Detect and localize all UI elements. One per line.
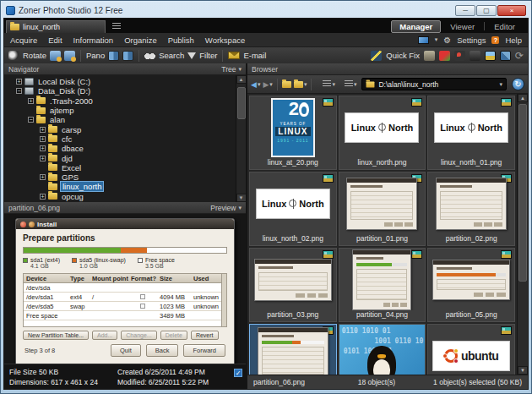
folder-up-icon[interactable] [282,81,291,88]
folder-tab[interactable]: linux_north [6,20,106,33]
acquire-icon[interactable] [8,51,19,61]
expander-icon[interactable]: + [40,156,46,161]
expander-icon[interactable]: + [40,174,46,180]
refresh-icon[interactable]: ↻ [512,78,524,90]
email-icon[interactable] [228,52,240,59]
preview-pane[interactable]: Install Prepare partitions sda1 (ext4)4.… [4,214,246,364]
thumbnail-partition-01[interactable]: partition_01.png [339,172,426,246]
filter-icon[interactable] [187,52,196,59]
tree-item-ajtemp[interactable]: ajtemp [4,106,246,115]
thumbnail-partition-04[interactable]: partition_04.png [339,248,426,322]
navigator-scrollbar[interactable]: ▲ ▼ [236,75,246,202]
scroll-up-icon[interactable]: ▲ [518,94,528,102]
expander-icon[interactable]: + [40,145,46,151]
address-dropdown-icon[interactable]: ▾ [499,81,502,88]
back-icon[interactable]: ◀ [251,80,257,89]
thumbnail-linux-north-02[interactable]: LinuxNorth linux_north_02.png [249,172,337,246]
pano-join-icon[interactable] [108,51,119,61]
thumbnail-partition-02[interactable]: partition_02.png [427,172,515,246]
help-icon[interactable]: ? [491,36,499,44]
tree-item-gps[interactable]: +GPS [4,172,246,182]
favorite-folders-icon[interactable] [294,81,303,88]
thumbnail-partition-03[interactable]: partition_03.png [249,248,337,322]
menu-publish[interactable]: Publish [168,36,194,45]
tree-item-cfc[interactable]: +cfc [4,134,246,144]
help-button[interactable]: Help [505,36,522,45]
edit-image-icon[interactable] [485,51,496,61]
thumbnail-ubuntu[interactable]: ubuntu [427,324,515,375]
filter-button[interactable]: Filter [199,51,217,60]
search-button[interactable]: Search [159,51,184,60]
mode-viewer[interactable]: Viewer [442,21,482,32]
expander-icon[interactable]: − [16,88,22,94]
expander-icon[interactable]: − [28,117,34,123]
keywords-icon[interactable] [470,51,480,61]
tree-item-opcug[interactable]: +opcug [4,192,246,201]
browser-scrollbar[interactable]: ▲ ▼ [517,94,528,375]
thumbnail-linux-at-20[interactable]: 2 YEARS OF LINUX 1991 - 2011 linux_at_20… [249,96,337,170]
sync-icon[interactable]: ⟳ [515,50,524,62]
folders-dropdown-icon[interactable]: ▾ [304,81,307,88]
quickfix-button[interactable]: Quick Fix [386,51,420,60]
info-check-icon[interactable]: ✓ [234,369,242,377]
expander-icon[interactable]: + [28,98,34,104]
thumbnail-partition-06[interactable]: partition_06.png [249,324,337,375]
mode-manager[interactable]: Manager [391,20,441,33]
minimize-button[interactable]: ─ [455,5,475,16]
sort-icon[interactable] [323,80,331,88]
mode-editor[interactable]: Editor [486,21,523,32]
expander-icon[interactable]: + [40,127,46,133]
gear-icon[interactable]: ⚙ [443,36,451,45]
tree-item-data-disk[interactable]: −Data_Disk (D:) [4,86,246,96]
tree-item-carsp[interactable]: +carsp [4,124,246,134]
pano-3d-icon[interactable] [122,51,133,61]
rotate-right-icon[interactable] [64,51,75,61]
quickfix-icon[interactable] [371,51,382,61]
email-button[interactable]: E-mail [243,51,266,60]
rotate-left-icon[interactable] [50,51,61,61]
expander-icon[interactable]: + [40,136,46,142]
tree-item-local-disk[interactable]: +Local Disk (C:) [4,77,246,86]
view-dropdown-icon[interactable]: ▾ [354,81,357,88]
thumbnail-linux-north[interactable]: LinuxNorth linux_north.png [339,96,426,170]
menu-workspace[interactable]: Workspace [205,36,245,45]
enhance-icon[interactable] [424,51,435,61]
thumbnail-tux[interactable]: 0110 1010 01 1001 0110 10 0101 1001 01 [339,324,426,375]
scroll-thumb[interactable] [518,104,527,282]
scroll-down-icon[interactable]: ▼ [236,194,247,202]
tree-item-djd[interactable]: +djd [4,153,246,162]
scroll-up-icon[interactable]: ▲ [236,75,247,84]
preview-view-dropdown-icon[interactable]: ▾ [238,205,242,211]
tree-item-trash[interactable]: +.Trash-2000 [4,96,246,106]
navigator-view-dropdown-icon[interactable]: ▾ [238,66,242,73]
close-button[interactable]: × [497,5,526,16]
scroll-thumb[interactable] [237,87,246,119]
expander-icon[interactable]: + [40,194,46,200]
view-mode-icon[interactable] [345,80,353,88]
gps-icon[interactable] [454,51,465,61]
tree-item-alan[interactable]: −alan [4,115,246,124]
sort-dropdown-icon[interactable]: ▾ [332,81,335,88]
menu-information[interactable]: Information [73,36,114,45]
back-dropdown-icon[interactable]: ▾ [258,81,261,88]
menu-organize[interactable]: Organize [124,36,157,45]
thumbnail-partition-05[interactable]: partition_05.png [427,248,515,322]
search-icon[interactable] [144,51,155,61]
menu-edit[interactable]: Edit [48,36,62,45]
monitor-dropdown-icon[interactable]: ▾ [435,36,438,43]
levels-icon[interactable] [439,51,450,61]
monitor-icon[interactable] [418,36,429,44]
thumbnail-linux-north-01[interactable]: LinuxNorth linux_north_01.png [427,96,515,170]
forward-icon[interactable]: ▶ [263,80,269,89]
maximize-button[interactable]: ▢ [476,5,497,16]
expander-icon[interactable]: + [16,79,22,85]
forward-dropdown-icon[interactable]: ▾ [269,81,273,88]
tree-item-excel[interactable]: Excel [4,163,246,172]
navigator-view-select[interactable]: Tree [221,65,236,74]
settings-button[interactable]: Settings [457,36,486,45]
tree-item-linux-north[interactable]: linux_north [4,182,246,191]
menu-acquire[interactable]: Acquire [10,36,37,45]
batch-icon[interactable] [500,51,511,61]
preview-view-select[interactable]: Preview [210,204,236,212]
tab-list-icon[interactable] [112,23,121,30]
